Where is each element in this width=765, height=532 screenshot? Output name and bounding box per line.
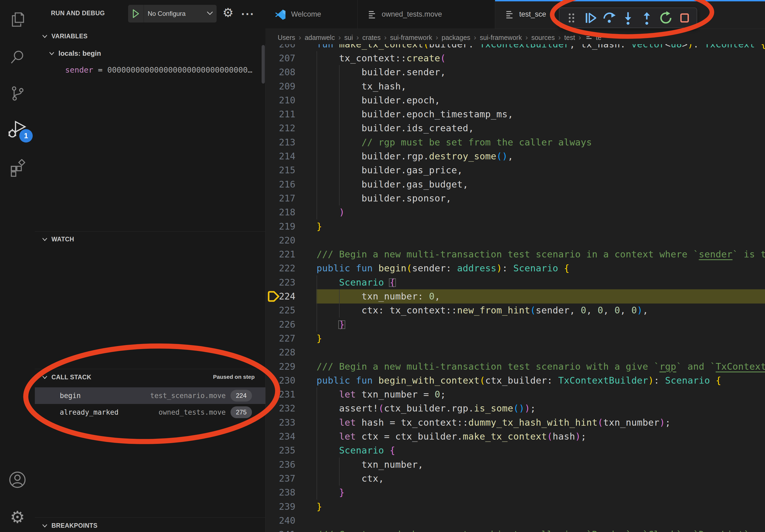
line-number: 231: [265, 387, 296, 401]
frame-line-badge: 224: [231, 390, 252, 401]
code-line[interactable]: 207 tx_context::create(: [265, 51, 765, 65]
vscode-window: 206fun make_tx_context(builder: TxContex…: [0, 0, 765, 532]
code-line[interactable]: 218 ): [265, 205, 765, 219]
more-actions-icon[interactable]: ···: [241, 8, 255, 21]
code-line[interactable]: 228: [265, 345, 765, 360]
code-line[interactable]: 238 }: [265, 485, 765, 500]
code-line[interactable]: 239}: [265, 500, 765, 514]
code-line[interactable]: 235 Scenario {: [265, 443, 765, 457]
chevron-down-icon: [206, 11, 217, 17]
section-divider: [35, 517, 265, 518]
breadcrumb-item[interactable]: Users: [278, 34, 295, 41]
debug-settings-gear-icon[interactable]: ⚙: [223, 6, 234, 19]
line-number: 233: [265, 415, 296, 430]
code-line[interactable]: 214 builder.rgp.destroy_some(),: [265, 149, 765, 163]
line-number: 221: [265, 247, 296, 261]
code-editor[interactable]: 206fun make_tx_context(builder: TxContex…: [265, 0, 765, 532]
step-over-button[interactable]: [601, 10, 618, 26]
run-and-debug-icon[interactable]: 1: [0, 115, 35, 145]
line-number: 230: [265, 374, 296, 388]
stop-icon: [677, 11, 692, 25]
line-number: 209: [265, 79, 296, 94]
code-line[interactable]: 223 Scenario {: [265, 275, 765, 290]
step-out-button[interactable]: [638, 10, 655, 26]
section-breakpoints[interactable]: BREAKPOINTS: [51, 522, 98, 529]
code-line[interactable]: 216 builder.gas_budget,: [265, 177, 765, 191]
chevron-down-icon: [41, 374, 48, 381]
tab-owned-tests[interactable]: owned_tests.move: [358, 0, 495, 29]
line-number: 220: [265, 233, 296, 247]
code-line[interactable]: 227}: [265, 331, 765, 346]
section-call-stack[interactable]: CALL STACK: [51, 374, 91, 381]
code-line[interactable]: 241/// Creates and shares system objects…: [265, 527, 765, 532]
code-line[interactable]: 217 builder.sponsor,: [265, 191, 765, 205]
section-variables[interactable]: VARIABLES: [51, 33, 88, 40]
code-line[interactable]: 225 ctx: tx_context::new_from_hint(sende…: [265, 303, 765, 317]
code-line[interactable]: 220: [265, 233, 765, 247]
code-line[interactable]: 229/// Begin a new multi-transaction tes…: [265, 360, 765, 374]
explorer-icon[interactable]: [0, 5, 35, 34]
code-line[interactable]: 209 tx_hash,: [265, 79, 765, 94]
code-line[interactable]: 226 }: [265, 317, 765, 332]
code-line[interactable]: 212 builder.ids_created,: [265, 121, 765, 135]
config-dropdown-label: No Configura: [144, 10, 206, 17]
code-line[interactable]: 208 builder.sender,: [265, 65, 765, 79]
code-line[interactable]: 215 builder.gas_price,: [265, 163, 765, 177]
breadcrumb-item[interactable]: sui: [345, 34, 353, 41]
code-line[interactable]: 219}: [265, 219, 765, 234]
launch-config-control[interactable]: No Configura: [128, 5, 217, 23]
code-line[interactable]: 234 let ctx = ctx_builder.make_tx_contex…: [265, 429, 765, 443]
section-watch[interactable]: WATCH: [51, 236, 74, 243]
code-line[interactable]: 211 builder.epoch_timestamp_ms,: [265, 107, 765, 121]
step-into-button[interactable]: [620, 10, 636, 26]
frame-file: test_scenario.move: [150, 392, 226, 400]
breadcrumb-file[interactable]: te: [596, 34, 601, 41]
code-line[interactable]: 240: [265, 513, 765, 528]
source-control-icon[interactable]: [0, 79, 35, 108]
call-stack-frame[interactable]: begin test_scenario.move 224: [35, 387, 265, 404]
debug-toolbar: [559, 8, 697, 28]
sidebar-scrollbar[interactable]: [262, 45, 265, 84]
move-file-icon: [504, 9, 514, 20]
section-divider: [35, 369, 265, 369]
extensions-icon[interactable]: [0, 153, 35, 183]
line-number: 212: [265, 121, 296, 135]
step-into-icon: [621, 11, 635, 25]
breadcrumb-item[interactable]: sui-framework: [390, 34, 432, 41]
code-line[interactable]: 221/// Begin a new multi-transaction tes…: [265, 247, 765, 261]
code-line[interactable]: 237 ctx,: [265, 471, 765, 486]
code-line[interactable]: 236 txn_number,: [265, 457, 765, 472]
code-line[interactable]: 233 let hash = tx_context::dummy_tx_hash…: [265, 415, 765, 430]
breadcrumb-item[interactable]: packages: [442, 34, 470, 41]
call-stack-frame[interactable]: already_marked owned_tests.move 275: [35, 404, 265, 420]
breadcrumb-item[interactable]: crates: [363, 34, 381, 41]
breadcrumb-item[interactable]: sui-framework: [480, 34, 522, 41]
restart-button[interactable]: [657, 10, 674, 26]
start-debug-icon[interactable]: [128, 5, 144, 23]
stop-button[interactable]: [676, 10, 693, 26]
code-line[interactable]: 224 txn_number: 0,: [265, 289, 765, 304]
tab-welcome[interactable]: Welcome: [265, 0, 358, 29]
breadcrumb-item[interactable]: sources: [531, 34, 555, 41]
line-number: 216: [265, 177, 296, 191]
search-icon[interactable]: [0, 42, 35, 72]
code-line[interactable]: 210 builder.epoch,: [265, 93, 765, 108]
line-number: 222: [265, 261, 296, 275]
settings-gear-icon[interactable]: ⚙: [0, 502, 35, 532]
breadcrumb-separator: ›: [575, 33, 584, 42]
breadcrumb-item[interactable]: adamwelc: [305, 34, 335, 41]
breadcrumb-item[interactable]: test: [564, 34, 575, 41]
variables-scope[interactable]: locals: begin: [58, 49, 101, 58]
code-line[interactable]: 231 let txn_number = 0;: [265, 387, 765, 401]
continue-icon: [583, 11, 597, 25]
variable-row[interactable]: sender = 000000000000000000000000000000…: [65, 65, 264, 75]
code-line[interactable]: 213 // rgp must be set from the caller a…: [265, 135, 765, 149]
run-and-debug-sidebar: RUN AND DEBUG No Configura ⚙ ··· VARIABL…: [35, 0, 266, 532]
code-line[interactable]: 222public fun begin(sender: address): Sc…: [265, 261, 765, 275]
continue-button[interactable]: [582, 10, 598, 26]
toolbar-drag-handle[interactable]: [563, 10, 580, 26]
code-line[interactable]: 232 assert!(ctx_builder.rgp.is_some());: [265, 401, 765, 415]
accounts-icon[interactable]: [0, 465, 35, 494]
code-line[interactable]: 230public fun begin_with_context(ctx_bui…: [265, 374, 765, 388]
line-number: 234: [265, 429, 296, 443]
